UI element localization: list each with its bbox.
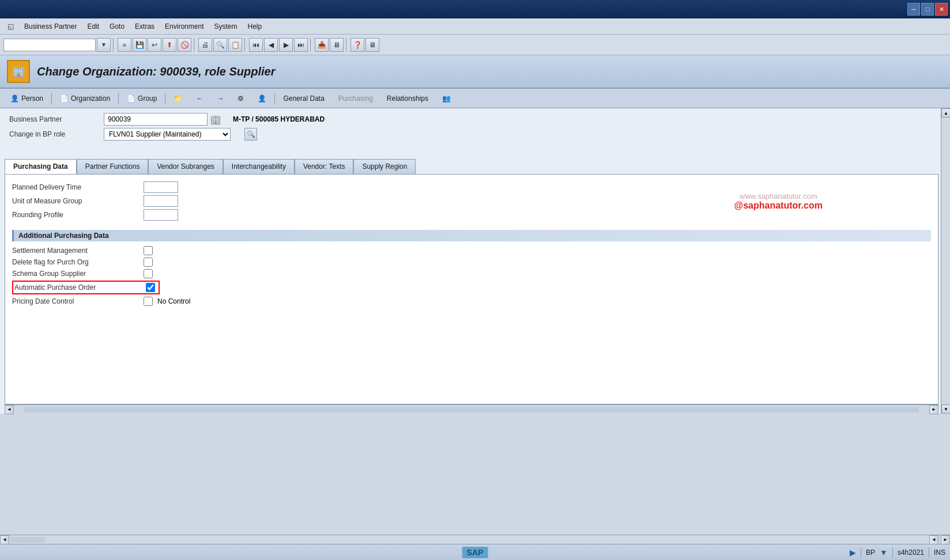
tab-back[interactable]: ← <box>190 93 209 104</box>
status-triangle[interactable]: ▶ <box>850 548 856 557</box>
prev-nav-btn[interactable]: « <box>118 38 131 52</box>
dropdown-btn[interactable]: ▼ <box>97 38 111 52</box>
role-label: Change in BP role <box>9 130 101 138</box>
tab-contacts-icon[interactable]: 👥 <box>436 93 457 104</box>
session-label: s4h2021 <box>898 548 924 557</box>
planned-delivery-label: Planned Delivery Time <box>12 183 139 191</box>
main-scroll-track[interactable] <box>10 537 45 543</box>
mode-label: INS <box>934 548 945 557</box>
h-scrollbar-tab: ◄ ► <box>5 404 938 414</box>
pricing-date-checkbox[interactable] <box>144 297 153 306</box>
tab-gear[interactable]: ⚙ <box>232 93 250 104</box>
h-scroll-right-btn[interactable]: ► <box>929 405 938 414</box>
tab-vendor-texts[interactable]: Vendor: Texts <box>295 159 354 174</box>
close-button[interactable]: ✕ <box>935 3 948 16</box>
menu-edit[interactable]: Edit <box>82 21 104 32</box>
scroll-down-btn[interactable]: ▼ <box>941 404 950 414</box>
right-scrollbar: ▲ ▼ <box>941 108 950 414</box>
contacts-icon: 👥 <box>442 94 451 103</box>
tab-organization[interactable]: 📄 Organization <box>54 93 116 104</box>
main-scroll-left-btn[interactable]: ◄ <box>0 535 9 544</box>
toolbar-sep4 <box>310 38 312 52</box>
undo-btn[interactable]: ↩ <box>148 38 161 52</box>
status-sep2 <box>892 547 893 558</box>
schema-group-checkbox[interactable] <box>144 269 153 278</box>
unit-of-measure-row: Unit of Measure Group <box>12 195 931 207</box>
menu-goto[interactable]: Goto <box>105 21 129 32</box>
role-select[interactable]: FLVN01 Supplier (Maintained) <box>104 128 231 141</box>
minimize-button[interactable]: ─ <box>907 3 920 16</box>
bp-info-section: Business Partner 900039 🏢 M-TP / 500085 … <box>0 108 950 145</box>
delete-flag-row: Delete flag for Purch Org <box>12 258 931 267</box>
toolbar-separator <box>113 38 115 52</box>
print-btn[interactable]: 🖨 <box>198 38 212 52</box>
cancel-btn[interactable]: 🚫 <box>178 38 191 52</box>
tab-purchasing-data[interactable]: Purchasing Data <box>5 159 77 174</box>
tab-purchasing[interactable]: Purchasing <box>333 93 379 104</box>
menu-environment[interactable]: Environment <box>160 21 208 32</box>
main-scroll-right-btn[interactable]: ◄ <box>929 535 938 544</box>
role-lookup-btn[interactable]: 🔍 <box>244 128 257 141</box>
last-btn[interactable]: ⏭ <box>294 38 308 52</box>
help-btn[interactable]: ❓ <box>350 38 364 52</box>
menu-help[interactable]: Help <box>243 21 267 32</box>
h-scroll-left-btn[interactable]: ◄ <box>5 405 14 414</box>
download-btn[interactable]: 📥 <box>315 38 329 52</box>
tab-group[interactable]: 📄 Group <box>121 93 163 104</box>
bp-status: BP <box>866 548 875 557</box>
save-btn[interactable]: 💾 <box>133 38 146 52</box>
tab-folder[interactable]: 📁 <box>168 93 188 104</box>
command-field[interactable] <box>3 39 96 51</box>
auto-purchase-highlight: Automatic Purchase Order <box>12 281 931 294</box>
rounding-label: Rounding Profile <box>12 211 139 219</box>
additional-purchasing-section: Additional Purchasing Data Settlement Ma… <box>12 230 931 306</box>
prev-btn[interactable]: ◀ <box>264 38 278 52</box>
status-sep3 <box>929 547 929 558</box>
tab-content: www.saphanatutor.com @saphanatutor.com P… <box>5 174 938 404</box>
nav-sep2 <box>118 93 119 104</box>
pricing-date-label: Pricing Date Control <box>12 297 139 305</box>
tab-relationships[interactable]: Relationships <box>381 93 434 104</box>
toolbar-sep3 <box>244 38 247 52</box>
settlement-checkbox[interactable] <box>144 246 153 255</box>
screen-btn[interactable]: 🖥 <box>365 38 379 52</box>
bp-dropdown[interactable]: ▼ <box>880 548 888 557</box>
tab-supply-region[interactable]: Supply Region <box>353 159 416 174</box>
menu-system[interactable]: System <box>209 21 242 32</box>
toolbar-sep2 <box>194 38 196 52</box>
tab-user[interactable]: 👤 <box>252 93 272 104</box>
delete-flag-checkbox[interactable] <box>144 258 153 267</box>
unit-of-measure-input[interactable] <box>144 195 178 207</box>
bp-detail: M-TP / 500085 HYDERABAD <box>233 115 941 123</box>
h-scroll-track[interactable] <box>24 407 919 413</box>
maximize-button[interactable]: □ <box>921 3 934 16</box>
tab-interchangeability[interactable]: Interchangeability <box>223 159 295 174</box>
auto-purchase-checkbox[interactable] <box>146 283 155 292</box>
menu-business-partner[interactable]: Business Partner <box>20 21 81 32</box>
find-btn[interactable]: 🔍 <box>213 38 227 52</box>
tab-general-data[interactable]: General Data <box>277 93 330 104</box>
schema-group-label: Schema Group Supplier <box>12 270 139 278</box>
rounding-row: Rounding Profile <box>12 209 931 221</box>
tab-forward[interactable]: → <box>211 93 229 104</box>
main-content-area: Business Partner 900039 🏢 M-TP / 500085 … <box>0 108 950 414</box>
auto-purchase-label: Automatic Purchase Order <box>14 283 141 292</box>
window-controls: ─ □ ✕ <box>907 3 948 16</box>
tab-person[interactable]: 👤 Person <box>5 93 49 104</box>
next-btn[interactable]: ▶ <box>279 38 293 52</box>
toolbar: ▼ « 💾 ↩ ⬆ 🚫 🖨 🔍 📋 ⏮ ◀ ▶ ⏭ 📥 🖥 ❓ 🖥 <box>0 35 950 55</box>
main-scroll-right2-btn[interactable]: ► <box>941 535 950 544</box>
tab-partner-functions[interactable]: Partner Functions <box>77 159 149 174</box>
tab-vendor-subranges[interactable]: Vendor Subranges <box>148 159 223 174</box>
bp-label: Business Partner <box>9 115 101 123</box>
rounding-input[interactable] <box>144 209 178 221</box>
planned-delivery-input[interactable] <box>144 181 178 193</box>
scroll-up-btn[interactable]: ▲ <box>941 108 950 118</box>
find-next-btn[interactable]: 📋 <box>228 38 242 52</box>
monitor-btn[interactable]: 🖥 <box>330 38 344 52</box>
basic-purchasing-section: Planned Delivery Time Unit of Measure Gr… <box>12 181 931 221</box>
menu-extras[interactable]: Extras <box>130 21 159 32</box>
up-btn[interactable]: ⬆ <box>163 38 176 52</box>
group-icon: 📄 <box>127 94 135 103</box>
first-btn[interactable]: ⏮ <box>249 38 263 52</box>
